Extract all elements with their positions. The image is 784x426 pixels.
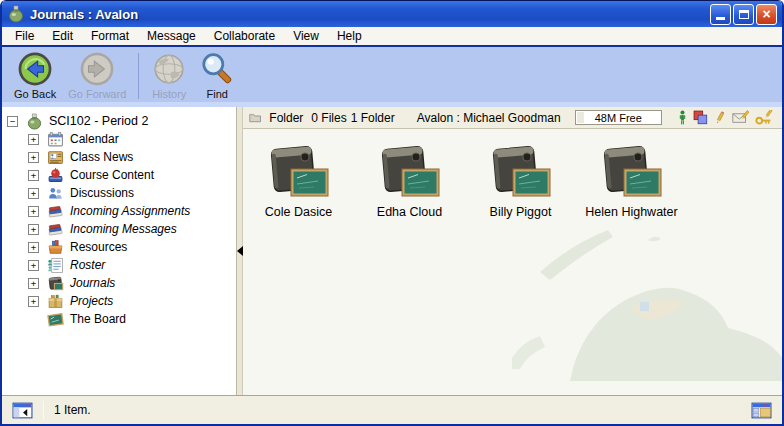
minimize-button[interactable] [710, 4, 731, 25]
forward-icon [79, 51, 115, 87]
expand-icon[interactable]: + [28, 278, 39, 289]
tree-item-label[interactable]: Projects [70, 294, 113, 308]
tree-item-incoming-messages[interactable]: + Incoming Messages [2, 220, 236, 238]
folder-info-bar: Folder 0 Files 1 Folder Avalon : Michael… [243, 107, 782, 129]
menu-help[interactable]: Help [328, 27, 371, 45]
close-button[interactable]: × [756, 4, 777, 25]
tree-item-discussions[interactable]: + Discussions [2, 184, 236, 202]
tree-item-calendar[interactable]: + Calendar [2, 130, 236, 148]
person-icon[interactable] [678, 110, 687, 125]
journal-item-helen-highwater[interactable]: Helen Highwater [576, 143, 687, 219]
expand-icon[interactable]: + [28, 134, 39, 145]
toolbar: Go Back Go Forward History [2, 47, 782, 107]
window-title: Journals : Avalon [30, 7, 710, 22]
tree-item-label[interactable]: SCI102 - Period 2 [49, 114, 148, 128]
menu-view[interactable]: View [284, 27, 328, 45]
books-stack-icon [47, 203, 64, 220]
expand-icon[interactable]: + [28, 152, 39, 163]
menu-file[interactable]: File [6, 27, 43, 45]
tree-item-journals[interactable]: + Journals [2, 274, 236, 292]
history-button[interactable]: History [145, 50, 193, 101]
layers-icon[interactable] [693, 110, 708, 125]
toggle-detail-panel-icon [751, 402, 772, 419]
pencil-icon[interactable] [714, 110, 726, 125]
tree-item-label[interactable]: The Board [70, 312, 126, 326]
tree-item-label[interactable]: Incoming Assignments [70, 204, 190, 218]
menu-format[interactable]: Format [82, 27, 138, 45]
expand-icon[interactable]: + [28, 260, 39, 271]
journal-item-name[interactable]: Edha Cloud [377, 205, 442, 219]
menu-edit[interactable]: Edit [43, 27, 82, 45]
tree-item-label[interactable]: Incoming Messages [70, 222, 177, 236]
main-area: − SCI102 - Period 2 + [2, 107, 782, 395]
tree-item-label[interactable]: Calendar [70, 132, 119, 146]
find-magnifier-icon [199, 51, 235, 87]
folder-content-area[interactable]: Cole Dasice [243, 129, 782, 395]
maximize-button[interactable] [733, 4, 754, 25]
menu-bar: File Edit Format Message Collaborate Vie… [2, 27, 782, 47]
journal-item-edha-cloud[interactable]: Edha Cloud [354, 143, 465, 219]
title-bar[interactable]: Journals : Avalon × [2, 0, 782, 27]
files-count: 0 Files [311, 111, 346, 125]
compose-mail-icon[interactable] [732, 110, 749, 125]
news-icon [47, 149, 64, 166]
statusbar-separator [43, 401, 44, 419]
expand-icon[interactable]: + [28, 242, 39, 253]
back-icon [17, 51, 53, 87]
tree-item-projects[interactable]: + Projects [2, 292, 236, 310]
journal-item-name[interactable]: Helen Highwater [585, 205, 677, 219]
tree-item-label[interactable]: Resources [70, 240, 127, 254]
item-count-label: 1 Item. [54, 403, 91, 417]
go-forward-button[interactable]: Go Forward [62, 50, 132, 101]
folder-view-pane: Folder 0 Files 1 Folder Avalon : Michael… [243, 107, 782, 395]
tree-item-course-root[interactable]: − SCI102 - Period 2 [2, 112, 236, 130]
toggle-detail-panel-button[interactable] [751, 402, 772, 419]
menu-collaborate[interactable]: Collaborate [205, 27, 284, 45]
tree-item-label[interactable]: Journals [70, 276, 115, 290]
free-space-indicator: 48M Free [575, 110, 662, 125]
history-globe-icon [151, 51, 187, 87]
journal-item-name[interactable]: Billy Piggot [490, 205, 552, 219]
flask-icon [26, 113, 43, 130]
tree-item-incoming-assignments[interactable]: + Incoming Assignments [2, 202, 236, 220]
expand-icon[interactable]: + [28, 170, 39, 181]
tree-item-the-board[interactable]: The Board [2, 310, 236, 328]
folders-count: 1 Folder [351, 111, 395, 125]
maximize-icon [739, 10, 749, 19]
go-back-button[interactable]: Go Back [8, 50, 62, 101]
expand-icon[interactable]: + [28, 296, 39, 307]
find-label: Find [207, 88, 228, 100]
server-owner-label: Avalon : Michael Goodman [417, 111, 561, 125]
tree-item-resources[interactable]: + Resources [2, 238, 236, 256]
tree-item-label[interactable]: Discussions [70, 186, 134, 200]
tree-item-label[interactable]: Class News [70, 150, 133, 164]
journal-item-name[interactable]: Cole Dasice [265, 205, 332, 219]
expand-icon[interactable]: + [28, 206, 39, 217]
tree-item-roster[interactable]: + Roster [2, 256, 236, 274]
key-icon[interactable] [755, 110, 774, 125]
journal-items-row: Cole Dasice [243, 129, 782, 219]
tree-item-course-content[interactable]: + Course Content [2, 166, 236, 184]
folder-type-label: Folder [269, 111, 303, 125]
expand-icon[interactable]: + [28, 224, 39, 235]
journal-item-billy-piggot[interactable]: Billy Piggot [465, 143, 576, 219]
tree-item-label[interactable]: Course Content [70, 168, 154, 182]
project-crate-icon [47, 293, 64, 310]
journal-chalkboard-icon [599, 143, 665, 201]
panel-splitter[interactable] [236, 107, 243, 395]
close-icon: × [762, 7, 770, 21]
expand-icon[interactable]: + [28, 188, 39, 199]
tree-item-label[interactable]: Roster [70, 258, 105, 272]
flask-icon [7, 5, 25, 23]
free-space-label: 48M Free [595, 112, 642, 124]
journal-item-cole-dasice[interactable]: Cole Dasice [243, 143, 354, 219]
find-button[interactable]: Find [193, 50, 241, 101]
collapse-expander-icon[interactable]: − [7, 116, 18, 127]
tree-item-class-news[interactable]: + Class News [2, 148, 236, 166]
journal-chalkboard-icon [488, 143, 554, 201]
go-back-label: Go Back [14, 88, 56, 100]
toggle-tree-panel-button[interactable] [12, 402, 33, 419]
toggle-tree-panel-icon [12, 402, 33, 419]
menu-message[interactable]: Message [138, 27, 205, 45]
no-expander [28, 314, 39, 325]
